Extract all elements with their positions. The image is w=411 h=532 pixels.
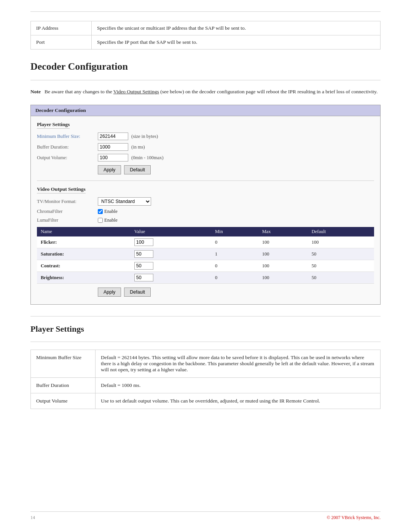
- filter-row-default: 50: [308, 272, 374, 284]
- filter-col-header: Value: [131, 227, 211, 236]
- filter-row-name: Flicker:: [37, 236, 131, 248]
- info-table-row: IP AddressSpecifies the unicast or multi…: [31, 21, 381, 35]
- player-desc-text: Default = 262144 bytes. This setting wil…: [96, 350, 381, 378]
- player-settings-section: Player Settings Minimum Buffer Size: (si…: [37, 121, 374, 174]
- filter-row-default: 100: [308, 236, 374, 248]
- field-unit: (size in bytes): [131, 134, 158, 139]
- filter-row-max: 100: [258, 260, 308, 272]
- luma-filter-row: LumaFilter Enable: [37, 217, 374, 223]
- filter-row-default: 50: [308, 260, 374, 272]
- filter-table-row: Flicker: 0 100 100: [37, 236, 374, 248]
- video-apply-button[interactable]: Apply: [98, 288, 121, 297]
- filter-table-row: Saturation: 1 100 50: [37, 248, 374, 260]
- note-block: Note Be aware that any changes to the Vi…: [30, 88, 381, 96]
- config-box-body: Player Settings Minimum Buffer Size: (si…: [31, 116, 380, 304]
- decoder-config-heading: Decoder Configuration: [30, 61, 381, 72]
- filter-value-input-3[interactable]: [134, 274, 153, 281]
- player-field-row: Buffer Duration: (in ms): [37, 143, 374, 151]
- info-label: Port: [31, 35, 92, 50]
- video-settings-section: Video Output Settings TV/Monitor Format:…: [37, 186, 374, 297]
- player-desc-text: Use to set default output volume. This c…: [96, 393, 381, 409]
- luma-enable-text: Enable: [104, 217, 118, 223]
- filter-row-value: [131, 248, 211, 260]
- field-input-0[interactable]: [98, 133, 128, 140]
- info-label: IP Address: [31, 21, 92, 35]
- field-input-2[interactable]: [98, 154, 128, 161]
- filter-row-min: 0: [211, 260, 258, 272]
- section-divider-2: [30, 316, 381, 316]
- filter-row-name: Contrast:: [37, 260, 131, 272]
- filter-row-value: [131, 272, 211, 284]
- player-desc-row: Buffer Duration Default = 1000 ms.: [31, 378, 381, 393]
- section-divider-3: [30, 342, 381, 342]
- filter-row-name: Brightness:: [37, 272, 131, 284]
- filter-row-max: 100: [258, 248, 308, 260]
- player-desc-table: Minimum Buffer Size Default = 262144 byt…: [30, 350, 381, 409]
- filter-row-value: [131, 236, 211, 248]
- video-output-settings-link[interactable]: Video Output Settings: [113, 89, 159, 94]
- player-desc-label: Buffer Duration: [31, 378, 96, 393]
- filter-value-input-1[interactable]: [134, 250, 153, 258]
- filter-row-value: [131, 260, 211, 272]
- field-label: Buffer Duration:: [37, 144, 98, 150]
- player-field-row: Output Volume: (0min - 100max): [37, 154, 374, 161]
- player-apply-button[interactable]: Apply: [98, 165, 121, 174]
- footer-page-number: 14: [30, 515, 35, 521]
- config-box-header: Decoder Configuration: [31, 105, 380, 116]
- chroma-enable-text: Enable: [104, 209, 118, 214]
- filter-table-row: Contrast: 0 100 50: [37, 260, 374, 272]
- video-button-row: Apply Default: [98, 288, 374, 297]
- filter-row-min: 0: [211, 236, 258, 248]
- player-button-row: Apply Default: [98, 165, 374, 174]
- filter-col-header: Min: [211, 227, 258, 236]
- filter-table-row: Brightness: 0 100 50: [37, 272, 374, 284]
- top-divider: [30, 11, 381, 12]
- chroma-filter-row: ChromaFilter Enable: [37, 209, 374, 214]
- field-label: Minimum Buffer Size:: [37, 134, 98, 139]
- filter-col-header: Max: [258, 227, 308, 236]
- chroma-checkbox[interactable]: [98, 209, 103, 214]
- player-settings-heading: Player Settings: [30, 324, 381, 334]
- filter-row-max: 100: [258, 236, 308, 248]
- filter-table: NameValueMinMaxDefault Flicker: 0 100 10…: [37, 227, 374, 284]
- filter-row-min: 1: [211, 248, 258, 260]
- filter-row-min: 0: [211, 272, 258, 284]
- field-unit: (in ms): [131, 144, 145, 150]
- field-label: Output Volume:: [37, 155, 98, 161]
- info-desc: Specifies the unicast or multicast IP ad…: [92, 21, 381, 35]
- filter-row-default: 50: [308, 248, 374, 260]
- note-label: Note: [30, 88, 41, 96]
- inner-divider: [37, 181, 374, 181]
- tv-monitor-select[interactable]: NTSC StandardPAL Standard: [98, 197, 151, 206]
- filter-col-header: Default: [308, 227, 374, 236]
- player-field-row: Minimum Buffer Size: (size in bytes): [37, 133, 374, 140]
- player-desc-text: Default = 1000 ms.: [96, 378, 381, 393]
- info-table-row: PortSpecifies the IP port that the SAP w…: [31, 35, 381, 50]
- player-desc-label: Minimum Buffer Size: [31, 350, 96, 378]
- note-text: Be aware that any changes to the Video O…: [45, 88, 378, 96]
- decoder-config-box: Decoder Configuration Player Settings Mi…: [30, 105, 381, 305]
- video-default-button[interactable]: Default: [124, 288, 151, 297]
- video-settings-title: Video Output Settings: [37, 186, 86, 193]
- info-desc: Specifies the IP port that the SAP will …: [92, 35, 381, 50]
- footer-copyright: © 2007 VBrick Systems, Inc.: [327, 515, 381, 521]
- filter-col-header: Name: [37, 227, 131, 236]
- player-desc-row: Output Volume Use to set default output …: [31, 393, 381, 409]
- player-default-button[interactable]: Default: [124, 165, 151, 174]
- luma-checkbox[interactable]: [98, 218, 103, 223]
- chroma-filter-label: ChromaFilter: [37, 209, 98, 214]
- filter-row-max: 100: [258, 272, 308, 284]
- info-table: IP AddressSpecifies the unicast or multi…: [30, 21, 381, 50]
- player-settings-title: Player Settings: [37, 121, 70, 129]
- player-desc-label: Output Volume: [31, 393, 96, 409]
- filter-value-input-2[interactable]: [134, 262, 153, 270]
- page-footer: 14 © 2007 VBrick Systems, Inc.: [30, 511, 381, 521]
- field-unit: (0min - 100max): [131, 155, 164, 161]
- tv-monitor-label: TV/Monitor Format:: [37, 199, 98, 204]
- tv-monitor-row: TV/Monitor Format: NTSC StandardPAL Stan…: [37, 197, 374, 206]
- filter-row-name: Saturation:: [37, 248, 131, 260]
- filter-value-input-0[interactable]: [134, 238, 153, 246]
- player-desc-row: Minimum Buffer Size Default = 262144 byt…: [31, 350, 381, 378]
- section-divider-1: [30, 80, 381, 80]
- field-input-1[interactable]: [98, 143, 128, 151]
